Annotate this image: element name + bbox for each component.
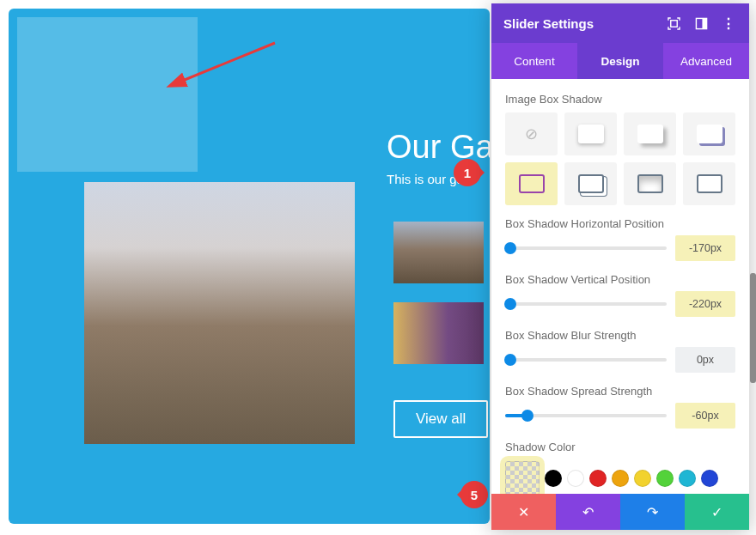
page-scrollbar[interactable] — [750, 273, 756, 383]
callout-5: 5 — [460, 481, 488, 508]
slider-blur[interactable] — [505, 358, 667, 362]
panel-footer: ✕ ↶ ↷ ✓ — [491, 494, 749, 530]
label-vert: Box Shadow Vertical Position — [505, 273, 735, 288]
svg-rect-1 — [670, 20, 677, 27]
label-shadow-color: Shadow Color — [505, 441, 735, 455]
swatch-cyan[interactable] — [679, 470, 696, 487]
cancel-button[interactable]: ✕ — [491, 494, 556, 530]
shadow-preset-6[interactable] — [624, 162, 676, 205]
shadow-preset-none[interactable]: ⊘ — [505, 112, 558, 155]
gallery-main-image[interactable] — [84, 182, 355, 444]
box-shadow-result — [17, 17, 198, 172]
swatch-green[interactable] — [656, 470, 674, 487]
shadow-preset-2[interactable] — [624, 112, 676, 155]
shadow-preset-4-selected[interactable] — [505, 162, 558, 205]
svg-line-0 — [180, 43, 275, 82]
confirm-button[interactable]: ✓ — [685, 494, 749, 530]
slider-horiz[interactable] — [505, 246, 667, 250]
panel-body[interactable]: Image Box Shadow ⊘ Box Shadow Horizontal… — [491, 79, 749, 494]
label-blur: Box Shadow Blur Strength — [505, 329, 735, 343]
expand-icon[interactable] — [665, 15, 682, 32]
none-icon: ⊘ — [525, 125, 538, 143]
value-spread[interactable]: -60px — [675, 403, 735, 429]
slider-spread[interactable] — [505, 414, 667, 417]
settings-panel: Slider Settings ⋮ Content Design Advance… — [491, 3, 749, 530]
callout-1: 1 — [454, 159, 481, 186]
value-horiz[interactable]: -170px — [675, 235, 735, 261]
swatch-orange[interactable] — [612, 470, 629, 487]
panel-header: Slider Settings ⋮ — [491, 3, 749, 43]
hero-title: Our Ga — [387, 129, 494, 166]
close-icon: ✕ — [518, 504, 529, 520]
label-horiz: Box Shadow Horizontal Position — [505, 217, 735, 232]
tab-design[interactable]: Design — [577, 43, 663, 79]
panel-title: Slider Settings — [503, 16, 594, 31]
shadow-preset-7[interactable] — [683, 162, 735, 205]
more-icon[interactable]: ⋮ — [720, 15, 737, 32]
slider-vert[interactable] — [505, 302, 667, 306]
svg-rect-3 — [702, 18, 706, 28]
check-icon: ✓ — [711, 504, 722, 520]
redo-button[interactable]: ↷ — [620, 494, 685, 530]
shadow-preset-5[interactable] — [564, 162, 617, 205]
swatch-red[interactable] — [589, 470, 607, 487]
tab-content[interactable]: Content — [491, 43, 577, 79]
swatch-yellow[interactable] — [634, 470, 651, 487]
undo-button[interactable]: ↶ — [556, 494, 620, 530]
gallery-thumb-2[interactable] — [393, 302, 484, 364]
shadow-preset-1[interactable] — [564, 112, 617, 155]
label-spread: Box Shadow Spread Strength — [505, 385, 735, 399]
section-image-box-shadow: Image Box Shadow — [505, 93, 735, 106]
swatch-black[interactable] — [545, 470, 562, 487]
panel-tabs: Content Design Advanced — [491, 43, 749, 79]
undo-icon: ↶ — [582, 504, 594, 520]
gallery-thumb-1[interactable] — [393, 222, 484, 283]
value-vert[interactable]: -220px — [675, 291, 735, 317]
value-blur[interactable]: 0px — [675, 347, 735, 373]
tab-advanced[interactable]: Advanced — [663, 43, 749, 79]
swatch-blue[interactable] — [701, 470, 718, 487]
swatch-white[interactable] — [567, 470, 584, 487]
redo-icon: ↷ — [647, 504, 658, 520]
dock-icon[interactable] — [692, 15, 710, 32]
view-all-button[interactable]: View all — [393, 400, 488, 438]
swatch-current-transparent[interactable] — [505, 461, 540, 494]
annotation-arrow — [172, 39, 284, 90]
shadow-preset-3[interactable] — [683, 112, 735, 155]
